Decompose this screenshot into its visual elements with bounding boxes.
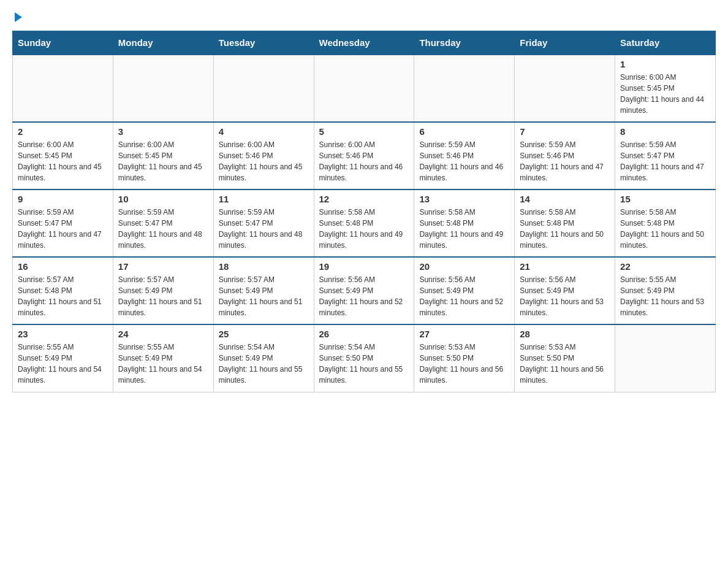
- day-of-week-header: Friday: [515, 31, 615, 55]
- day-info: Sunrise: 6:00 AM Sunset: 5:46 PM Dayligh…: [219, 139, 309, 183]
- calendar-day-cell: 22Sunrise: 5:55 AM Sunset: 5:49 PM Dayli…: [615, 257, 716, 324]
- day-info: Sunrise: 5:57 AM Sunset: 5:49 PM Dayligh…: [219, 274, 309, 318]
- calendar-day-cell: 16Sunrise: 5:57 AM Sunset: 5:48 PM Dayli…: [13, 257, 113, 324]
- calendar-day-cell: [113, 55, 213, 122]
- day-number: 7: [520, 126, 610, 137]
- day-number: 12: [319, 194, 409, 204]
- day-number: 13: [419, 194, 509, 204]
- day-info: Sunrise: 5:54 AM Sunset: 5:49 PM Dayligh…: [219, 342, 309, 386]
- day-info: Sunrise: 5:59 AM Sunset: 5:47 PM Dayligh…: [620, 139, 710, 183]
- calendar-day-cell: 11Sunrise: 5:59 AM Sunset: 5:47 PM Dayli…: [213, 190, 314, 257]
- logo: [12, 12, 22, 21]
- calendar-day-cell: 26Sunrise: 5:54 AM Sunset: 5:50 PM Dayli…: [314, 324, 414, 392]
- day-info: Sunrise: 5:59 AM Sunset: 5:46 PM Dayligh…: [520, 139, 610, 183]
- calendar-day-cell: [515, 55, 615, 122]
- day-info: Sunrise: 6:00 AM Sunset: 5:45 PM Dayligh…: [18, 139, 108, 183]
- day-info: Sunrise: 5:58 AM Sunset: 5:48 PM Dayligh…: [319, 207, 409, 251]
- day-number: 28: [520, 329, 610, 339]
- calendar-day-cell: [213, 55, 314, 122]
- day-info: Sunrise: 5:55 AM Sunset: 5:49 PM Dayligh…: [620, 274, 710, 318]
- day-info: Sunrise: 5:56 AM Sunset: 5:49 PM Dayligh…: [520, 274, 610, 318]
- calendar-day-cell: 3Sunrise: 6:00 AM Sunset: 5:45 PM Daylig…: [113, 122, 213, 190]
- calendar-day-cell: [13, 55, 113, 122]
- day-number: 1: [620, 59, 710, 69]
- day-number: 11: [219, 194, 309, 204]
- day-info: Sunrise: 5:56 AM Sunset: 5:49 PM Dayligh…: [419, 274, 509, 318]
- day-of-week-header: Wednesday: [314, 31, 414, 55]
- calendar-day-cell: 20Sunrise: 5:56 AM Sunset: 5:49 PM Dayli…: [414, 257, 515, 324]
- day-info: Sunrise: 6:00 AM Sunset: 5:45 PM Dayligh…: [620, 72, 710, 116]
- calendar-week-row: 9Sunrise: 5:59 AM Sunset: 5:47 PM Daylig…: [13, 190, 716, 257]
- calendar-day-cell: 12Sunrise: 5:58 AM Sunset: 5:48 PM Dayli…: [314, 190, 414, 257]
- day-number: 17: [118, 261, 208, 272]
- day-number: 23: [18, 329, 108, 339]
- calendar-day-cell: 1Sunrise: 6:00 AM Sunset: 5:45 PM Daylig…: [615, 55, 716, 122]
- calendar-day-cell: [314, 55, 414, 122]
- day-number: 2: [18, 126, 108, 137]
- calendar-day-cell: 4Sunrise: 6:00 AM Sunset: 5:46 PM Daylig…: [213, 122, 314, 190]
- day-of-week-header: Thursday: [414, 31, 515, 55]
- day-number: 24: [118, 329, 208, 339]
- calendar-day-cell: 28Sunrise: 5:53 AM Sunset: 5:50 PM Dayli…: [515, 324, 615, 392]
- day-number: 6: [419, 126, 509, 137]
- calendar-day-cell: 17Sunrise: 5:57 AM Sunset: 5:49 PM Dayli…: [113, 257, 213, 324]
- day-number: 21: [520, 261, 610, 272]
- day-number: 15: [620, 194, 710, 204]
- calendar-week-row: 16Sunrise: 5:57 AM Sunset: 5:48 PM Dayli…: [13, 257, 716, 324]
- day-number: 8: [620, 126, 710, 137]
- day-info: Sunrise: 6:00 AM Sunset: 5:45 PM Dayligh…: [118, 139, 208, 183]
- calendar-day-cell: 19Sunrise: 5:56 AM Sunset: 5:49 PM Dayli…: [314, 257, 414, 324]
- day-info: Sunrise: 5:58 AM Sunset: 5:48 PM Dayligh…: [520, 207, 610, 251]
- day-info: Sunrise: 5:59 AM Sunset: 5:47 PM Dayligh…: [18, 207, 108, 251]
- day-info: Sunrise: 5:53 AM Sunset: 5:50 PM Dayligh…: [520, 342, 610, 386]
- day-info: Sunrise: 5:55 AM Sunset: 5:49 PM Dayligh…: [18, 342, 108, 386]
- day-info: Sunrise: 5:59 AM Sunset: 5:47 PM Dayligh…: [219, 207, 309, 251]
- day-number: 22: [620, 261, 710, 272]
- day-info: Sunrise: 5:59 AM Sunset: 5:46 PM Dayligh…: [419, 139, 509, 183]
- day-info: Sunrise: 5:55 AM Sunset: 5:49 PM Dayligh…: [118, 342, 208, 386]
- calendar-day-cell: 10Sunrise: 5:59 AM Sunset: 5:47 PM Dayli…: [113, 190, 213, 257]
- calendar-table: SundayMondayTuesdayWednesdayThursdayFrid…: [12, 31, 716, 393]
- day-of-week-header: Monday: [113, 31, 213, 55]
- calendar-week-row: 23Sunrise: 5:55 AM Sunset: 5:49 PM Dayli…: [13, 324, 716, 392]
- calendar-day-cell: 21Sunrise: 5:56 AM Sunset: 5:49 PM Dayli…: [515, 257, 615, 324]
- calendar-day-cell: 7Sunrise: 5:59 AM Sunset: 5:46 PM Daylig…: [515, 122, 615, 190]
- calendar-day-cell: 14Sunrise: 5:58 AM Sunset: 5:48 PM Dayli…: [515, 190, 615, 257]
- day-number: 16: [18, 261, 108, 272]
- day-of-week-header: Saturday: [615, 31, 716, 55]
- day-info: Sunrise: 5:58 AM Sunset: 5:48 PM Dayligh…: [620, 207, 710, 251]
- calendar-day-cell: 18Sunrise: 5:57 AM Sunset: 5:49 PM Dayli…: [213, 257, 314, 324]
- calendar-day-cell: 5Sunrise: 6:00 AM Sunset: 5:46 PM Daylig…: [314, 122, 414, 190]
- calendar-day-cell: 15Sunrise: 5:58 AM Sunset: 5:48 PM Dayli…: [615, 190, 716, 257]
- calendar-day-cell: 13Sunrise: 5:58 AM Sunset: 5:48 PM Dayli…: [414, 190, 515, 257]
- day-number: 20: [419, 261, 509, 272]
- calendar-week-row: 1Sunrise: 6:00 AM Sunset: 5:45 PM Daylig…: [13, 55, 716, 122]
- page-header: [12, 12, 716, 21]
- calendar-day-cell: 8Sunrise: 5:59 AM Sunset: 5:47 PM Daylig…: [615, 122, 716, 190]
- calendar-day-cell: 9Sunrise: 5:59 AM Sunset: 5:47 PM Daylig…: [13, 190, 113, 257]
- day-info: Sunrise: 5:57 AM Sunset: 5:48 PM Dayligh…: [18, 274, 108, 318]
- day-number: 25: [219, 329, 309, 339]
- day-info: Sunrise: 5:58 AM Sunset: 5:48 PM Dayligh…: [419, 207, 509, 251]
- calendar-header-row: SundayMondayTuesdayWednesdayThursdayFrid…: [13, 31, 716, 55]
- day-number: 14: [520, 194, 610, 204]
- day-of-week-header: Sunday: [13, 31, 113, 55]
- calendar-day-cell: 2Sunrise: 6:00 AM Sunset: 5:45 PM Daylig…: [13, 122, 113, 190]
- day-number: 26: [319, 329, 409, 339]
- day-number: 10: [118, 194, 208, 204]
- calendar-day-cell: [615, 324, 716, 392]
- day-number: 4: [219, 126, 309, 137]
- day-number: 27: [419, 329, 509, 339]
- day-number: 5: [319, 126, 409, 137]
- day-info: Sunrise: 5:54 AM Sunset: 5:50 PM Dayligh…: [319, 342, 409, 386]
- day-number: 19: [319, 261, 409, 272]
- calendar-day-cell: 23Sunrise: 5:55 AM Sunset: 5:49 PM Dayli…: [13, 324, 113, 392]
- day-info: Sunrise: 5:56 AM Sunset: 5:49 PM Dayligh…: [319, 274, 409, 318]
- day-of-week-header: Tuesday: [213, 31, 314, 55]
- day-info: Sunrise: 5:53 AM Sunset: 5:50 PM Dayligh…: [419, 342, 509, 386]
- calendar-day-cell: 6Sunrise: 5:59 AM Sunset: 5:46 PM Daylig…: [414, 122, 515, 190]
- day-number: 18: [219, 261, 309, 272]
- calendar-day-cell: 27Sunrise: 5:53 AM Sunset: 5:50 PM Dayli…: [414, 324, 515, 392]
- day-number: 9: [18, 194, 108, 204]
- day-number: 3: [118, 126, 208, 137]
